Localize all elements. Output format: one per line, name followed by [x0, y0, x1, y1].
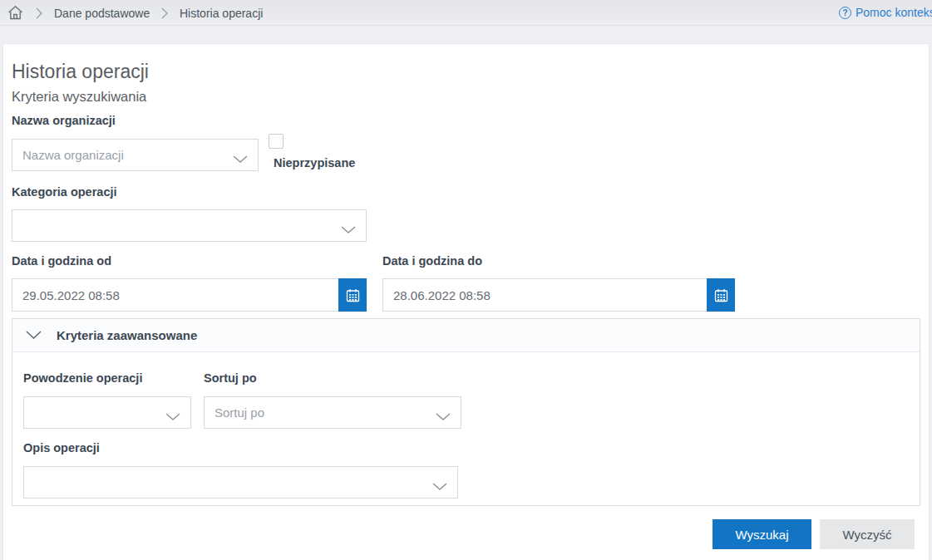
sort-by-select-placeholder: Sortuj po [215, 405, 264, 420]
chevron-right-icon [35, 7, 43, 19]
chevron-down-icon [165, 410, 180, 425]
calendar-icon [346, 288, 360, 302]
chevron-down-icon [341, 223, 356, 238]
organization-select-placeholder: Nazwa organizacji [22, 148, 124, 162]
context-help-link[interactable]: ? Pomoc konteks [839, 6, 932, 19]
breadcrumb-bar: Dane podstawowe Historia operacji ? Pomo… [0, 0, 932, 26]
page-title: Historia operacji [12, 61, 149, 83]
sort-by-select[interactable]: Sortuj po [204, 396, 461, 429]
home-icon[interactable] [7, 4, 24, 22]
breadcrumb-dane-podstawowe[interactable]: Dane podstawowe [54, 7, 150, 20]
operation-success-select[interactable] [23, 396, 191, 429]
chevron-right-icon [160, 7, 169, 19]
date-to-field [382, 278, 735, 312]
category-label: Kategoria operacji [12, 185, 117, 199]
sort-by-label: Sortuj po [204, 371, 257, 385]
operation-success-label: Powodzenie operacji [23, 371, 142, 385]
clear-button[interactable]: Wyczyść [820, 519, 915, 549]
calendar-icon [714, 288, 728, 302]
date-to-calendar-button[interactable] [707, 278, 735, 312]
organization-label: Nazwa organizacji [12, 114, 116, 127]
organization-select[interactable]: Nazwa organizacji [12, 139, 259, 171]
chevron-down-icon [233, 152, 248, 167]
unassigned-checkbox[interactable] [269, 134, 284, 149]
unassigned-checkbox-label[interactable]: Nieprzypisane [274, 156, 355, 169]
breadcrumb-historia-operacji[interactable]: Historia operacji [180, 7, 263, 20]
operation-description-label: Opis operacji [23, 441, 100, 454]
operation-description-select[interactable] [23, 466, 458, 499]
date-to-label: Data i godzina do [382, 254, 482, 268]
chevron-down-icon [26, 328, 42, 343]
date-from-input[interactable] [12, 278, 367, 312]
chevron-down-icon [436, 410, 451, 425]
category-select[interactable] [12, 209, 367, 242]
advanced-criteria-title: Kryteria zaawansowane [57, 328, 197, 342]
context-help-label: Pomoc konteks [856, 6, 932, 19]
search-criteria-heading: Kryteria wyszukiwania [12, 89, 146, 105]
question-circle-icon: ? [839, 7, 851, 19]
search-button[interactable]: Wyszukaj [713, 519, 811, 549]
date-from-label: Data i godzina od [12, 254, 111, 268]
advanced-criteria-header[interactable]: Kryteria zaawansowane [12, 319, 920, 352]
date-from-calendar-button[interactable] [338, 278, 367, 312]
date-from-field [12, 278, 367, 312]
chevron-down-icon [432, 479, 447, 494]
date-to-input[interactable] [382, 278, 735, 312]
